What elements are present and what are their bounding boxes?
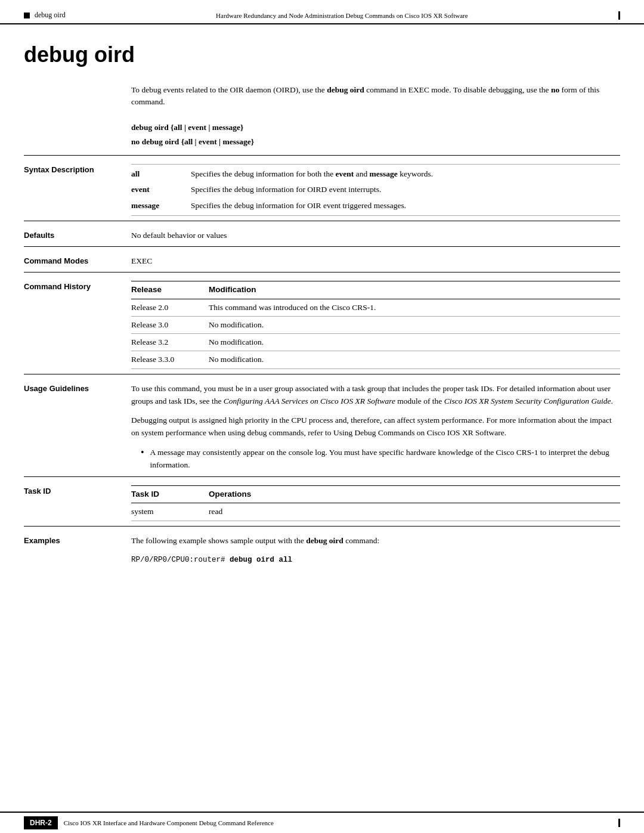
- syntax-description-table: all Specifies the debug information for …: [131, 164, 620, 216]
- intro-bold-command: debug oird: [327, 85, 364, 94]
- intro-no-keyword: no: [551, 85, 559, 94]
- table-row: Release 3.3.0 No modification.: [131, 351, 620, 368]
- examples-code: RP/0/RP0/CPU0:router# debug oird all: [131, 555, 620, 566]
- usage-guidelines-section: Usage Guidelines To use this command, yo…: [24, 374, 620, 477]
- usage-guidelines-label: Usage Guidelines: [24, 383, 131, 393]
- release-32: Release 3.2: [131, 334, 209, 351]
- mod-32: No modification.: [209, 334, 620, 351]
- keyword-all: all: [131, 165, 191, 182]
- header-right: [618, 11, 620, 20]
- syntax-line-1: debug oird {all | event | message}: [131, 120, 620, 135]
- desc-all: Specifies the debug information for both…: [191, 165, 620, 182]
- code-command: debug oird all: [230, 556, 292, 564]
- release-30: Release 3.0: [131, 316, 209, 333]
- header-left: debug oird: [24, 11, 66, 20]
- footer-text: Cisco IOS XR Interface and Hardware Comp…: [64, 819, 274, 826]
- page-footer: DHR-2 Cisco IOS XR Interface and Hardwar…: [0, 812, 644, 833]
- page-header: debug oird Hardware Redundancy and Node …: [0, 0, 644, 24]
- usage-bullet-1: • A message may consistently appear on t…: [141, 447, 620, 472]
- keyword-event: event: [131, 182, 191, 197]
- taskid-col2-header: Operations: [209, 486, 620, 503]
- history-col2-header: Modification: [209, 281, 620, 299]
- main-content: debug oird To debug events related to th…: [0, 24, 644, 606]
- intro-paragraph: To debug events related to the OIR daemo…: [131, 84, 620, 109]
- usage-guidelines-content: To use this command, you must be in a us…: [131, 383, 620, 472]
- syntax-description-label: Syntax Description: [24, 164, 131, 174]
- syntax-line-2: no debug oird {all | event | message}: [131, 135, 620, 149]
- intro-text-mid: command in EXEC mode. To disable debuggi…: [364, 85, 551, 94]
- desc-message: Specifies the debug information for OIR …: [191, 198, 620, 216]
- command-modes-label: Command Modes: [24, 255, 131, 265]
- release-330: Release 3.3.0: [131, 351, 209, 368]
- table-row: Release 3.0 No modification.: [131, 316, 620, 333]
- command-modes-content: EXEC: [131, 255, 620, 267]
- table-row: Release 3.2 No modification.: [131, 334, 620, 351]
- command-history-section: Command History Release Modification Rel…: [24, 272, 620, 373]
- task-id-label: Task ID: [24, 485, 131, 496]
- bullet-icon: •: [141, 445, 144, 472]
- footer-bar-icon: [618, 819, 620, 827]
- taskid-col1-header: Task ID: [131, 486, 209, 503]
- examples-content: The following example shows sample outpu…: [131, 535, 620, 566]
- examples-label: Examples: [24, 535, 131, 545]
- command-history-table: Release Modification Release 2.0 This co…: [131, 281, 620, 368]
- header-center: Hardware Redundancy and Node Administrat…: [66, 12, 618, 19]
- defaults-section: Defaults No default behavior or values: [24, 221, 620, 246]
- history-col1-header: Release: [131, 281, 209, 299]
- header-left-label: debug oird: [35, 11, 66, 20]
- page-title: debug oird: [24, 42, 620, 67]
- mod-30: No modification.: [209, 316, 620, 333]
- header-center-text: Hardware Redundancy and Node Administrat…: [216, 12, 468, 19]
- examples-text: The following example shows sample outpu…: [131, 535, 620, 547]
- mod-330: No modification.: [209, 351, 620, 368]
- command-modes-section: Command Modes EXEC: [24, 246, 620, 272]
- release-20: Release 2.0: [131, 299, 209, 316]
- taskid-read: read: [209, 503, 620, 521]
- taskid-system: system: [131, 503, 209, 521]
- command-history-label: Command History: [24, 281, 131, 291]
- table-row: all Specifies the debug information for …: [131, 165, 620, 182]
- syntax-block: debug oird {all | event | message} no de…: [131, 120, 620, 150]
- header-square-icon: [24, 13, 30, 18]
- usage-para-2: Debugging output is assigned high priori…: [131, 414, 620, 439]
- defaults-content: No default behavior or values: [131, 230, 620, 241]
- header-bar-icon: [618, 11, 620, 20]
- command-history-content: Release Modification Release 2.0 This co…: [131, 281, 620, 368]
- usage-para-1: To use this command, you must be in a us…: [131, 383, 620, 408]
- table-row: event Specifies the debug information fo…: [131, 182, 620, 197]
- code-prefix: RP/0/RP0/CPU0:router#: [131, 556, 230, 564]
- history-header-row: Release Modification: [131, 281, 620, 299]
- table-row: system read: [131, 503, 620, 521]
- syntax-description-content: all Specifies the debug information for …: [131, 164, 620, 216]
- examples-section: Examples The following example shows sam…: [24, 526, 620, 571]
- defaults-label: Defaults: [24, 230, 131, 240]
- bullet-text: A message may consistently appear on the…: [150, 447, 620, 472]
- task-id-table: Task ID Operations system read: [131, 485, 620, 521]
- syntax-description-section: Syntax Description all Specifies the deb…: [24, 155, 620, 221]
- intro-text-start: To debug events related to the OIR daemo…: [131, 85, 327, 94]
- task-id-content: Task ID Operations system read: [131, 485, 620, 521]
- task-id-section: Task ID Task ID Operations system read: [24, 476, 620, 526]
- footer-badge: DHR-2: [24, 816, 58, 829]
- keyword-message: message: [131, 198, 191, 216]
- table-row: Release 2.0 This command was introduced …: [131, 299, 620, 316]
- mod-20: This command was introduced on the Cisco…: [209, 299, 620, 316]
- desc-event: Specifies the debug information for OIRD…: [191, 182, 620, 197]
- taskid-header-row: Task ID Operations: [131, 486, 620, 503]
- table-row: message Specifies the debug information …: [131, 198, 620, 216]
